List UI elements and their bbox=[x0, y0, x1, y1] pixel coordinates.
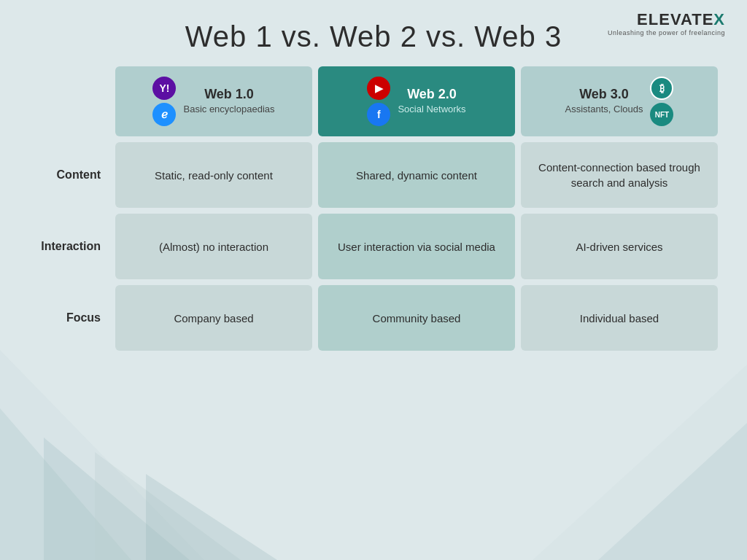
content-web2: Shared, dynamic content bbox=[318, 142, 515, 208]
content-label: Content bbox=[29, 142, 109, 208]
yahoo-icon: Y! bbox=[152, 77, 176, 100]
web2-version: Web 2.0 bbox=[398, 87, 465, 102]
web3-icons: ₿ NFT bbox=[650, 77, 673, 126]
web2-icons: ▶ f bbox=[367, 77, 390, 126]
web3-version: Web 3.0 bbox=[565, 87, 643, 102]
interaction-web3: AI-driven services bbox=[521, 214, 718, 279]
content-web1: Static, read-only content bbox=[115, 142, 312, 208]
comparison-grid: Y! ℯ Web 1.0 Basic encyclopaedias ▶ f We… bbox=[29, 66, 718, 351]
web1-header: Y! ℯ Web 1.0 Basic encyclopaedias bbox=[115, 66, 312, 136]
web3-text: Web 3.0 Assistants, Clouds bbox=[565, 87, 643, 116]
ie-icon: ℯ bbox=[152, 103, 176, 126]
youtube-icon: ▶ bbox=[367, 77, 390, 100]
nft-icon: NFT bbox=[650, 103, 673, 126]
focus-web3: Individual based bbox=[521, 285, 718, 351]
web1-subtitle: Basic encyclopaedias bbox=[183, 104, 274, 116]
web1-version: Web 1.0 bbox=[183, 87, 274, 102]
focus-web2: Community based bbox=[318, 285, 515, 351]
web2-header: ▶ f Web 2.0 Social Networks bbox=[318, 66, 515, 136]
logo-tagline: Unleashing the power of freelancing bbox=[608, 29, 725, 36]
focus-web1: Company based bbox=[115, 285, 312, 351]
empty-header-cell bbox=[29, 66, 109, 136]
web3-header: Web 3.0 Assistants, Clouds ₿ NFT bbox=[521, 66, 718, 136]
interaction-web1: (Almost) no interaction bbox=[115, 214, 312, 279]
interaction-web2: User interaction via social media bbox=[318, 214, 515, 279]
focus-label: Focus bbox=[29, 285, 109, 351]
facebook-icon: f bbox=[367, 103, 390, 126]
content-web3: Content-connection based trough search a… bbox=[521, 142, 718, 208]
logo-text: ELEVATEX bbox=[608, 10, 725, 29]
interaction-label: Interaction bbox=[29, 214, 109, 279]
bitcoin-icon: ₿ bbox=[650, 77, 673, 100]
web2-text: Web 2.0 Social Networks bbox=[398, 87, 465, 116]
web2-subtitle: Social Networks bbox=[398, 104, 465, 116]
web1-text: Web 1.0 Basic encyclopaedias bbox=[183, 87, 274, 116]
web3-subtitle: Assistants, Clouds bbox=[565, 104, 643, 116]
web1-icons: Y! ℯ bbox=[152, 77, 176, 126]
logo: ELEVATEX Unleashing the power of freelan… bbox=[608, 10, 725, 36]
